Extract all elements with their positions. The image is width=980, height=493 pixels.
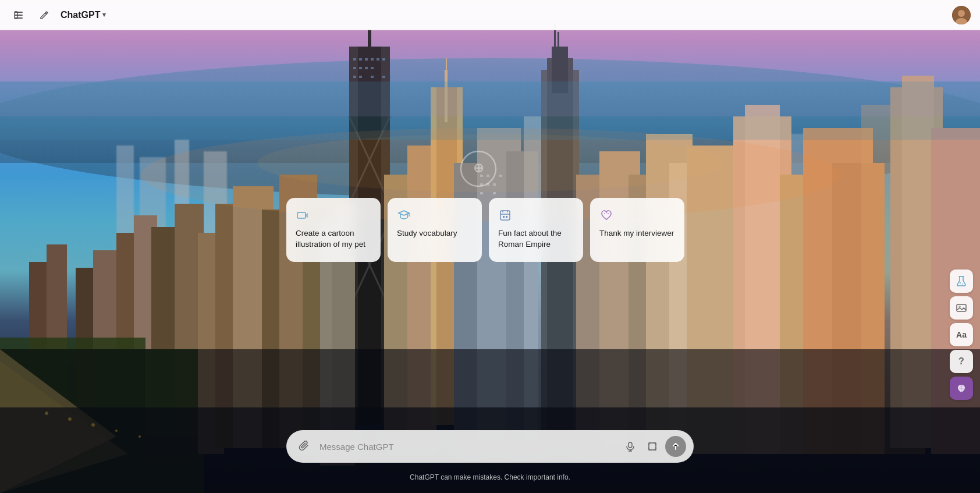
sidebar-toggle-button[interactable] — [9, 6, 28, 24]
svg-text:⊕: ⊕ — [473, 161, 484, 175]
brand-name: ChatGPT — [61, 10, 100, 20]
help-tool-button[interactable]: ? — [950, 350, 973, 373]
new-chat-button[interactable] — [35, 6, 54, 24]
message-input[interactable] — [319, 442, 616, 452]
sidebar-icon — [13, 10, 24, 20]
art-icon-svg — [296, 209, 309, 222]
heart-icon — [599, 208, 613, 222]
right-toolbar: Aa ? — [950, 269, 973, 400]
svg-rect-116 — [297, 212, 306, 218]
svg-rect-110 — [15, 15, 23, 16]
send-button[interactable] — [665, 436, 686, 457]
voice-button[interactable] — [621, 437, 640, 456]
study-icon-svg — [397, 209, 410, 222]
brain-tool-button[interactable] — [950, 377, 973, 400]
svg-rect-127 — [649, 443, 656, 450]
paperclip-icon — [299, 441, 310, 452]
text-tool-button[interactable]: Aa — [950, 323, 973, 346]
svg-point-129 — [960, 282, 961, 284]
card-3-text: Fun fact about the Roman Empire — [498, 228, 574, 250]
svg-rect-118 — [500, 211, 510, 220]
history-icon — [498, 208, 512, 222]
navbar-left: ChatGPT ▾ — [9, 6, 106, 24]
svg-rect-122 — [503, 216, 505, 218]
suggestion-card-2[interactable]: Study vocabulary — [388, 198, 482, 262]
attach-button[interactable] — [294, 436, 315, 457]
history-icon-svg — [499, 209, 512, 222]
voice-icon — [625, 441, 635, 452]
card-1-text: Create a cartoon illustration of my pet — [296, 228, 371, 250]
card-2-text: Study vocabulary — [397, 228, 473, 239]
user-avatar[interactable] — [952, 6, 971, 24]
study-icon — [397, 208, 411, 222]
image-icon — [956, 302, 967, 314]
input-bar — [286, 430, 694, 463]
expand-button[interactable] — [643, 437, 662, 456]
flask-tool-button[interactable] — [950, 269, 973, 293]
suggestion-card-1[interactable]: Create a cartoon illustration of my pet — [286, 198, 381, 262]
navbar-right — [952, 6, 971, 24]
flask-icon — [956, 275, 967, 287]
input-bar-container — [286, 430, 694, 463]
svg-point-130 — [962, 283, 963, 285]
disclaimer-text: ChatGPT can make mistakes. Check importa… — [410, 473, 570, 481]
suggestion-card-4[interactable]: Thank my interviewer — [590, 198, 684, 262]
card-4-text: Thank my interviewer — [599, 228, 675, 239]
edit-icon — [39, 10, 49, 20]
suggestion-card-3[interactable]: Fun fact about the Roman Empire — [489, 198, 583, 262]
heart-icon-svg — [600, 209, 613, 222]
send-icon — [671, 442, 680, 451]
image-tool-button[interactable] — [950, 296, 973, 320]
svg-rect-107 — [0, 349, 980, 493]
brain-icon — [956, 382, 967, 394]
svg-rect-108 — [0, 81, 980, 140]
expand-icon — [647, 441, 658, 452]
svg-point-103 — [257, 134, 723, 192]
text-icon: Aa — [956, 330, 967, 339]
input-actions — [621, 436, 686, 457]
svg-rect-131 — [957, 304, 966, 311]
brand-chevron-icon: ▾ — [102, 11, 106, 19]
navbar: ChatGPT ▾ — [0, 0, 980, 30]
svg-rect-123 — [506, 216, 507, 218]
avatar-image — [952, 6, 971, 24]
brand-title[interactable]: ChatGPT ▾ — [61, 10, 106, 20]
svg-rect-124 — [629, 442, 632, 448]
art-icon — [296, 208, 310, 222]
svg-point-114 — [958, 10, 965, 17]
suggestion-cards: Create a cartoon illustration of my pet … — [286, 198, 694, 262]
help-icon: ? — [958, 356, 964, 367]
